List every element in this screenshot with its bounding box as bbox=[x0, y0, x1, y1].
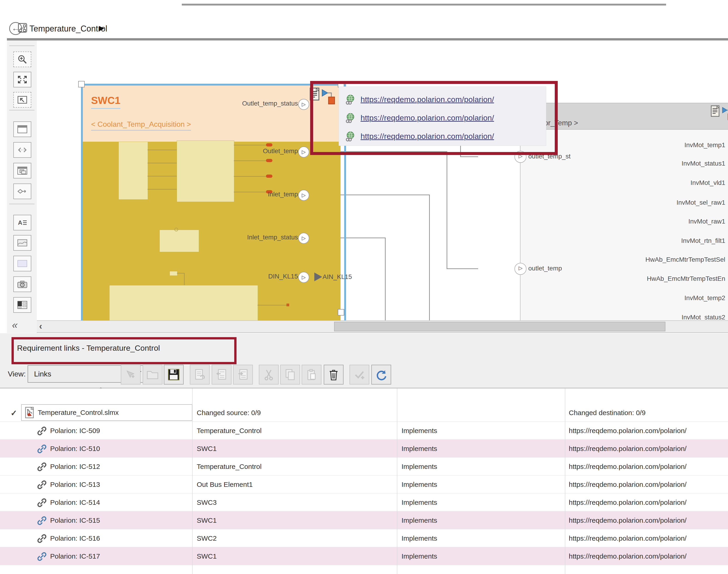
row-destination: https://reqdemo.polarion.com/polarion/ bbox=[569, 458, 728, 476]
inner-wire-end bbox=[286, 303, 289, 306]
row-label: Polarion: IC-512 bbox=[50, 458, 188, 476]
row-source: SWC2 bbox=[197, 529, 392, 547]
annotation-highlight-box bbox=[11, 337, 236, 364]
model-canvas[interactable]: _Motor_Temp > InvMot_temp1 ▷ InvMot_stat… bbox=[37, 40, 728, 320]
inner-tag[interactable] bbox=[169, 271, 178, 276]
fit-to-view-icon[interactable] bbox=[13, 72, 31, 87]
table-root-row[interactable]: ✓Temperature_Control.slmxChanged source:… bbox=[0, 404, 728, 422]
cut-button[interactable] bbox=[259, 365, 279, 384]
testpoint-dot[interactable] bbox=[266, 159, 272, 162]
horizontal-resize-icon[interactable] bbox=[13, 142, 31, 158]
row-destination: https://reqdemo.polarion.com/polarion/ bbox=[569, 440, 728, 458]
swc1-port[interactable]: ▷ bbox=[298, 99, 309, 110]
row-source: SWC1 bbox=[197, 511, 392, 529]
root-label: Temperature_Control.slmx bbox=[38, 409, 119, 416]
annotation-highlight-box bbox=[310, 81, 558, 155]
table-row[interactable]: Polarion: IC-512 Temperature_Control Imp… bbox=[0, 458, 728, 476]
swc1-port[interactable]: ▷ bbox=[298, 147, 309, 158]
add-check-button[interactable] bbox=[349, 365, 369, 384]
breadcrumb[interactable]: Temperature_Control bbox=[30, 24, 107, 34]
swc1-port[interactable]: ▷ bbox=[298, 272, 309, 283]
swc1-block-subtitle[interactable]: < Coolant_Temp_Acquisition > bbox=[91, 120, 191, 131]
palette-separator bbox=[9, 204, 35, 204]
row-destination: https://reqdemo.polarion.com/polarion/ bbox=[569, 422, 728, 440]
subsystem-icon bbox=[17, 22, 28, 35]
add-link-button[interactable] bbox=[121, 365, 141, 384]
ain-kl15-annotation[interactable]: AIN_KL15 bbox=[322, 273, 352, 281]
swc1-port[interactable]: ▷ bbox=[298, 190, 309, 201]
link-document-button[interactable] bbox=[190, 365, 209, 384]
actual-size-icon[interactable] bbox=[13, 92, 31, 108]
breadcrumb-divider bbox=[7, 38, 728, 40]
copy-button[interactable] bbox=[280, 365, 300, 384]
viewmarks-icon[interactable] bbox=[13, 297, 31, 313]
inner-wire bbox=[148, 150, 177, 150]
canvas-h-scrollbar-thumb[interactable] bbox=[334, 322, 665, 331]
motor-temp-port-label: InvMot_rtn_filt1 bbox=[583, 237, 725, 244]
swc1-block-name[interactable]: SWC1 bbox=[91, 95, 120, 109]
testpoint-dot[interactable] bbox=[266, 143, 272, 147]
swc1-block[interactable]: SWC1 < Coolant_Temp_Acquisition > bbox=[83, 86, 341, 320]
motor-temp-port-label: InvMot_raw1 bbox=[583, 218, 725, 225]
table-row[interactable]: Polarion: IC-516 SWC2 Implements https:/… bbox=[0, 529, 728, 547]
motor-temp-port-label: InvMot_status1 bbox=[583, 160, 725, 167]
collapse-palette-button[interactable]: « bbox=[12, 319, 16, 331]
scroll-left-icon[interactable]: ‹ bbox=[39, 321, 42, 331]
inner-block[interactable] bbox=[118, 142, 148, 200]
inner-wire bbox=[148, 163, 177, 163]
image-annotation-icon[interactable] bbox=[13, 235, 31, 251]
swc1-port-label: Outlet_temp bbox=[183, 148, 298, 155]
wire-inlet-temp-status bbox=[385, 238, 386, 320]
row-destination: https://reqdemo.polarion.com/polarion/ bbox=[569, 511, 728, 529]
link-in-button[interactable] bbox=[212, 365, 231, 384]
row-source: Temperature_Control bbox=[197, 422, 392, 440]
selection-handle[interactable] bbox=[78, 81, 85, 87]
row-source: Out Bus Element1 bbox=[197, 476, 392, 493]
screenshot-camera-icon[interactable] bbox=[13, 277, 31, 292]
breadcrumb-caret-icon[interactable]: ▶ bbox=[99, 24, 104, 32]
table-row[interactable]: Polarion: IC-517 SWC1 Implements https:/… bbox=[0, 547, 728, 565]
inner-wire bbox=[234, 161, 266, 161]
area-box-icon[interactable] bbox=[13, 256, 31, 271]
row-destination: https://reqdemo.polarion.com/polarion/ bbox=[569, 547, 728, 565]
swc1-port[interactable]: ▷ bbox=[298, 233, 309, 244]
document-badge-icon[interactable] bbox=[711, 105, 720, 118]
testpoint-dot[interactable] bbox=[266, 174, 272, 178]
input-flag-icon[interactable] bbox=[314, 273, 322, 281]
signal-routing-icon[interactable] bbox=[13, 183, 31, 199]
svg-text:A: A bbox=[18, 219, 22, 226]
copy-blocks-icon[interactable] bbox=[13, 163, 31, 178]
annotation-icon[interactable]: A bbox=[13, 215, 31, 231]
link-icon bbox=[37, 534, 47, 544]
link-icon bbox=[37, 516, 47, 527]
table-row[interactable]: Polarion: IC-510 SWC1 Implements https:/… bbox=[0, 440, 728, 458]
refresh-button[interactable] bbox=[371, 365, 391, 384]
motor-temp-in-port-label: outlet_temp bbox=[528, 265, 562, 272]
motor-temp-port-label: InvMot_temp1 bbox=[583, 141, 725, 149]
requirement-badge-icon[interactable] bbox=[721, 104, 728, 121]
simulink-requirements-window: { "breadcrumb": { "title": "Temperature_… bbox=[0, 0, 728, 574]
table-row[interactable]: Polarion: IC-509 Temperature_Control Imp… bbox=[0, 422, 728, 440]
table-row[interactable]: Polarion: IC-515 SWC1 Implements https:/… bbox=[0, 511, 728, 529]
link-out-button[interactable] bbox=[233, 365, 253, 384]
table-row[interactable]: Polarion: IC-513 Out Bus Element1 Implem… bbox=[0, 476, 728, 493]
selection-handle[interactable] bbox=[338, 309, 344, 316]
table-row[interactable]: Polarion: IC-514 SWC3 Implements https:/… bbox=[0, 493, 728, 511]
port-arrow-icon: ▷ bbox=[519, 265, 523, 271]
inner-block[interactable] bbox=[109, 285, 258, 320]
view-label: View: bbox=[8, 370, 26, 378]
top-bar bbox=[0, 0, 728, 38]
row-destination: https://reqdemo.polarion.com/polarion/ bbox=[569, 529, 728, 547]
inner-wire bbox=[148, 176, 177, 176]
open-folder-button[interactable] bbox=[143, 365, 162, 384]
swc1-port-label: Inlet_temp bbox=[183, 191, 298, 198]
delete-button[interactable] bbox=[324, 365, 344, 384]
paste-button[interactable] bbox=[302, 365, 321, 384]
root-cell[interactable]: Temperature_Control.slmx bbox=[21, 404, 192, 421]
subsystem-window-icon[interactable] bbox=[13, 121, 31, 137]
save-button[interactable] bbox=[164, 365, 184, 384]
zoom-in-icon[interactable] bbox=[13, 51, 31, 67]
check-icon: ✓ bbox=[10, 408, 17, 418]
row-type: Implements bbox=[401, 511, 560, 529]
wire-inlet-temp bbox=[429, 195, 430, 320]
